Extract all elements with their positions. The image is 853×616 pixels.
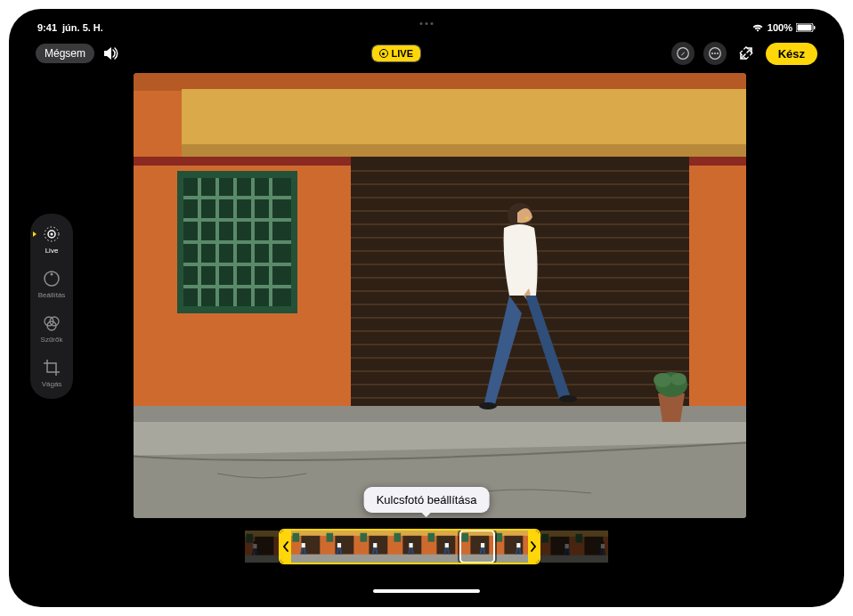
adjust-dial-icon (42, 269, 61, 288)
svg-point-15 (714, 53, 716, 54)
edit-sidebar: Live Beállítás Szűrők Vágás (30, 214, 73, 399)
filmstrip-frame[interactable] (426, 531, 460, 563)
svg-rect-49 (689, 157, 746, 166)
filmstrip-frame[interactable] (291, 531, 325, 563)
status-bar: 9:41 jún. 5. H. 100% (18, 18, 835, 36)
filmstrip-frame-outside[interactable] (540, 531, 574, 563)
key-photo-tooltip[interactable]: Kulcsfotó beállítása (364, 487, 490, 513)
ellipsis-icon (709, 47, 721, 60)
sidebar-item-label: Beállítás (38, 291, 66, 299)
svg-point-70 (559, 395, 577, 402)
trim-handle-left[interactable] (280, 531, 291, 563)
sidebar-item-label: Vágás (42, 380, 62, 388)
svg-point-68 (525, 216, 529, 220)
svg-point-21 (51, 273, 53, 276)
filmstrip-frame[interactable] (325, 531, 359, 563)
multitask-dots[interactable] (420, 22, 434, 25)
filmstrip-frame[interactable] (359, 531, 393, 563)
cancel-button[interactable]: Mégsem (36, 44, 94, 63)
volume-button[interactable] (103, 46, 121, 61)
expand-icon (739, 46, 753, 61)
sidebar-item-adjust[interactable]: Beállítás (38, 269, 66, 299)
screen: 9:41 jún. 5. H. 100% Mégsem (18, 18, 835, 598)
done-button[interactable]: Kész (766, 43, 817, 65)
wifi-icon (751, 23, 764, 32)
home-indicator[interactable] (373, 589, 480, 593)
filmstrip-frame[interactable] (494, 531, 528, 563)
filmstrip-frame[interactable] (393, 531, 426, 563)
sidebar-item-live[interactable]: Live (42, 224, 61, 255)
live-ring-icon (379, 49, 388, 58)
battery-percentage: 100% (768, 22, 792, 33)
svg-point-18 (51, 233, 53, 236)
svg-point-69 (479, 402, 497, 409)
top-toolbar: Mégsem LIVE Kész (18, 39, 835, 68)
markup-pen-icon (677, 47, 689, 60)
filmstrip-frame-outside[interactable] (574, 531, 608, 563)
live-target-icon (42, 224, 61, 244)
sidebar-item-filters[interactable]: Szűrők (41, 313, 63, 344)
live-label: LIVE (392, 48, 413, 59)
trim-handle-right[interactable] (528, 531, 539, 563)
svg-point-14 (711, 53, 713, 54)
tooltip-label: Kulcsfotó beállítása (377, 493, 477, 507)
photo-canvas[interactable] (134, 73, 746, 518)
svg-point-16 (717, 53, 719, 54)
svg-rect-10 (798, 25, 812, 31)
svg-rect-11 (814, 26, 816, 29)
status-time: 9:41 (37, 22, 57, 33)
live-badge[interactable]: LIVE (372, 45, 420, 61)
svg-rect-28 (182, 144, 746, 157)
speaker-icon (103, 46, 121, 61)
filmstrip-frame-outside[interactable] (245, 531, 279, 563)
battery-icon (796, 23, 816, 32)
sidebar-item-crop[interactable]: Vágás (42, 358, 62, 388)
photo-content (134, 73, 746, 518)
sidebar-item-label: Live (45, 247, 59, 255)
svg-point-65 (654, 373, 671, 387)
filmstrip-frame-selected[interactable] (460, 531, 494, 563)
filters-circles-icon (42, 313, 61, 333)
filmstrip (245, 527, 608, 566)
markup-button[interactable] (671, 42, 695, 65)
svg-rect-48 (134, 157, 351, 166)
fullscreen-button[interactable] (735, 43, 757, 64)
svg-rect-27 (182, 89, 746, 151)
svg-rect-26 (134, 73, 746, 91)
status-date: jún. 5. H. (62, 22, 103, 33)
chevron-right-icon (531, 540, 536, 553)
crop-icon (42, 358, 61, 377)
sidebar-item-label: Szűrők (41, 336, 63, 344)
svg-point-66 (670, 373, 686, 385)
svg-rect-63 (134, 406, 746, 422)
more-button[interactable] (703, 42, 727, 65)
chevron-left-icon (283, 540, 288, 553)
ipad-frame: 9:41 jún. 5. H. 100% Mégsem (9, 9, 844, 607)
